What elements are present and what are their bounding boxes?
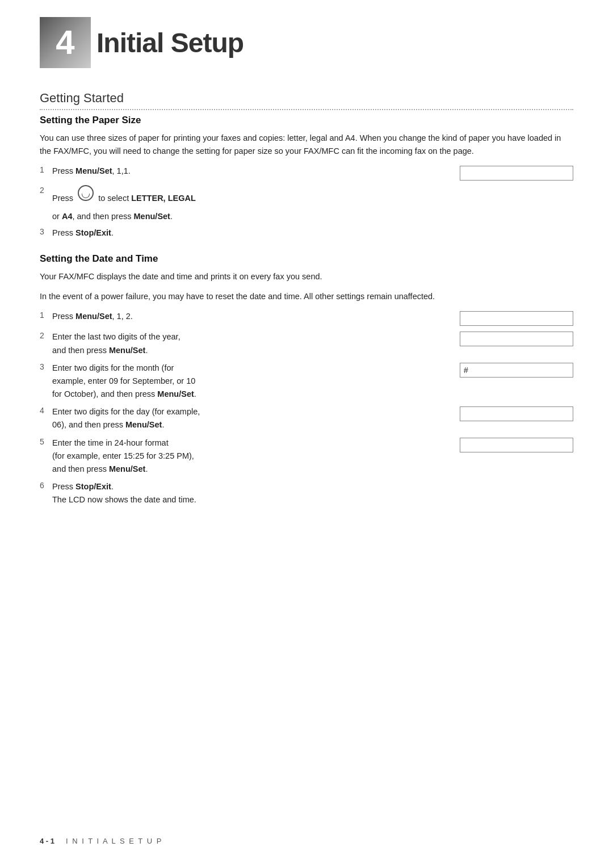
- dt-step-num-5: 5: [40, 437, 52, 446]
- paper-size-heading: Setting the Paper Size: [40, 115, 573, 126]
- dt-step6-text: Press Stop/Exit. The LCD now shows the d…: [52, 480, 573, 506]
- paper-size-section: Setting the Paper Size You can use three…: [40, 115, 573, 240]
- dt-step-num-1: 1: [40, 310, 52, 320]
- step-num-2: 2: [40, 185, 52, 195]
- dt-step2-box: [460, 332, 573, 346]
- date-time-section: Setting the Date and Time Your FAX/MFC d…: [40, 253, 573, 507]
- dt-step-1: 1 Press Menu/Set, 1, 2.: [40, 310, 573, 326]
- dial-icon: [78, 185, 94, 201]
- paper-step1-text: Press Menu/Set, 1,1.: [52, 165, 460, 178]
- step-num-1: 1: [40, 165, 52, 174]
- paper-step-1: 1 Press Menu/Set, 1,1.: [40, 165, 573, 181]
- paper-step1-box: [460, 166, 573, 181]
- dt-step5-box: [460, 438, 573, 452]
- dt-step3-text: Enter two digits for the month (forexamp…: [52, 362, 460, 401]
- date-time-heading: Setting the Date and Time: [40, 253, 573, 265]
- page-footer: 4 - 1 I N I T I A L S E T U P: [40, 837, 573, 845]
- paper-step-2: 2 Press to select LETTER, LEGAL: [40, 185, 573, 205]
- paper-step-3: 3 Press Stop/Exit.: [40, 227, 573, 240]
- chapter-number: 4: [56, 26, 74, 60]
- dt-step1-box: [460, 311, 573, 326]
- chapter-header: 4 Initial Setup: [40, 0, 573, 68]
- dt-step-num-2: 2: [40, 330, 52, 340]
- date-time-body1: Your FAX/MFC displays the date and time …: [40, 270, 573, 283]
- paper-step3-text: Press Stop/Exit.: [52, 227, 573, 240]
- dt-step-num-6: 6: [40, 480, 52, 490]
- dt-step4-box: [460, 406, 573, 421]
- dt-step1-text: Press Menu/Set, 1, 2.: [52, 310, 460, 323]
- paper-size-body: You can use three sizes of paper for pri…: [40, 132, 573, 158]
- dt-step3-box: #: [460, 363, 573, 378]
- dt-step-num-4: 4: [40, 405, 52, 415]
- dt-step-4: 4 Enter two digits for the day (for exam…: [40, 405, 573, 431]
- dt-step6-sub: The LCD now shows the date and time.: [52, 495, 196, 504]
- dt-step-num-3: 3: [40, 362, 52, 371]
- dt-step5-text: Enter the time in 24-hour format(for exa…: [52, 437, 460, 476]
- dt-step-2: 2 Enter the last two digits of the year,…: [40, 330, 573, 357]
- footer-page-number: 4 - 1: [40, 837, 54, 845]
- dt-step-6: 6 Press Stop/Exit. The LCD now shows the…: [40, 480, 573, 506]
- dt-step-5: 5 Enter the time in 24-hour format(for e…: [40, 437, 573, 476]
- date-time-body2: In the event of a power failure, you may…: [40, 290, 573, 303]
- chapter-title: Initial Setup: [96, 27, 243, 58]
- footer-chapter-text: I N I T I A L S E T U P: [66, 837, 162, 845]
- paper-step2-text: Press to select LETTER, LEGAL: [52, 185, 573, 205]
- dt-step3-hash: #: [464, 366, 468, 375]
- step-num-3: 3: [40, 227, 52, 236]
- section-heading: Getting Started: [40, 91, 573, 110]
- paper-step2-sub: or A4, and then press Menu/Set.: [52, 210, 573, 223]
- dt-step-3: 3 Enter two digits for the month (forexa…: [40, 362, 573, 401]
- dt-step4-text: Enter two digits for the day (for exampl…: [52, 405, 460, 431]
- chapter-number-block: 4: [40, 17, 91, 68]
- dt-step2-text: Enter the last two digits of the year,an…: [52, 330, 460, 357]
